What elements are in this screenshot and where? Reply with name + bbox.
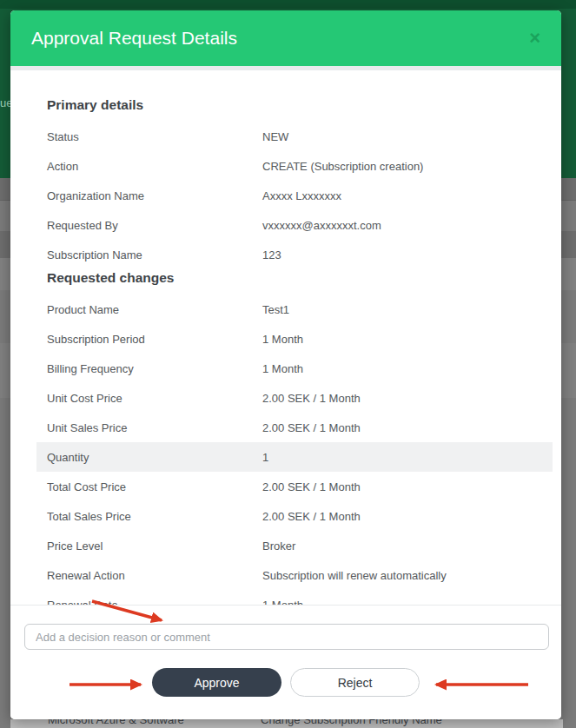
detail-row: Price Level Broker	[36, 531, 553, 560]
approve-button[interactable]: Approve	[152, 668, 281, 697]
detail-value: 2.00 SEK / 1 Month	[262, 421, 361, 434]
detail-value: 1 Month	[262, 333, 303, 346]
detail-label: Requested By	[47, 219, 262, 232]
detail-row: Renewal Date 1 Month	[36, 590, 553, 605]
detail-label: Subscription Period	[47, 333, 262, 346]
detail-label: Product Name	[47, 303, 262, 316]
detail-value: CREATE (Subscription creation)	[262, 160, 423, 173]
detail-row: Renewal Action Subscription will renew a…	[36, 560, 553, 590]
close-icon[interactable]: ×	[529, 29, 540, 48]
section-heading: Primary details	[47, 96, 553, 114]
detail-label: Total Sales Price	[47, 510, 262, 523]
modal-footer: Approve Reject	[10, 605, 561, 719]
detail-value: 123	[262, 248, 281, 261]
reject-button[interactable]: Reject	[290, 668, 420, 697]
background-table-cell: Microsoft Azure & Software	[48, 719, 184, 726]
detail-label: Renewal Action	[47, 569, 262, 582]
detail-label: Status	[47, 130, 262, 143]
backdrop-table-row: Microsoft Azure & Software Change Subscr…	[10, 719, 563, 728]
detail-label: Total Cost Price	[47, 480, 262, 493]
detail-value: NEW	[262, 130, 288, 143]
detail-label: Subscription Name	[47, 248, 262, 261]
modal-title: Approval Request Details	[31, 28, 529, 49]
background-table-cell: Change Subscription Friendly Name	[261, 719, 442, 726]
detail-label: Billing Frequency	[47, 362, 262, 375]
modal-scroll-area[interactable]: Primary details Status NEW Action CREATE…	[10, 70, 561, 605]
detail-label: Unit Sales Price	[47, 421, 262, 434]
detail-label: Action	[47, 160, 262, 173]
detail-value: 1	[262, 451, 268, 464]
detail-value: Test1	[262, 303, 289, 316]
detail-row: Total Cost Price 2.00 SEK / 1 Month	[36, 472, 553, 501]
detail-row: Billing Frequency 1 Month	[36, 354, 553, 383]
detail-value: 1 Month	[262, 362, 303, 375]
detail-row: Subscription Name 123	[36, 240, 553, 269]
detail-label: Unit Cost Price	[47, 392, 262, 405]
detail-row: Requested By vxxxxxx@axxxxxxt.com	[36, 210, 553, 240]
detail-row: Unit Cost Price 2.00 SEK / 1 Month	[36, 383, 553, 413]
action-buttons: Approve Reject	[10, 668, 561, 697]
backdrop-top-strip	[0, 0, 576, 9]
detail-row: Total Sales Price 2.00 SEK / 1 Month	[36, 501, 553, 531]
detail-value: 1 Month	[262, 599, 303, 606]
detail-row: Unit Sales Price 2.00 SEK / 1 Month	[36, 413, 553, 442]
approval-request-modal: Approval Request Details × Primary detai…	[10, 10, 561, 719]
detail-row: Organization Name Axxxx Lxxxxxxx	[36, 181, 553, 210]
detail-label: Renewal Date	[47, 599, 262, 606]
detail-value: Broker	[262, 539, 295, 553]
detail-value: Subscription will renew automatically	[262, 569, 447, 582]
detail-row: Product Name Test1	[36, 295, 553, 324]
detail-label: Price Level	[47, 539, 262, 553]
detail-value: 2.00 SEK / 1 Month	[262, 480, 361, 493]
detail-value: 2.00 SEK / 1 Month	[262, 392, 361, 405]
section-heading: Requested changes	[47, 269, 553, 287]
detail-row: Subscription Period 1 Month	[36, 324, 553, 354]
detail-value: Axxxx Lxxxxxxx	[262, 189, 341, 202]
comment-input[interactable]	[24, 624, 549, 650]
detail-label: Organization Name	[47, 189, 262, 202]
detail-row: Quantity 1	[36, 442, 553, 472]
detail-label: Quantity	[47, 451, 262, 464]
detail-row: Action CREATE (Subscription creation)	[36, 151, 553, 181]
detail-value: vxxxxxx@axxxxxxt.com	[262, 219, 381, 232]
detail-row: Status NEW	[36, 122, 553, 151]
detail-value: 2.00 SEK / 1 Month	[262, 510, 361, 523]
modal-header: Approval Request Details ×	[10, 10, 561, 66]
